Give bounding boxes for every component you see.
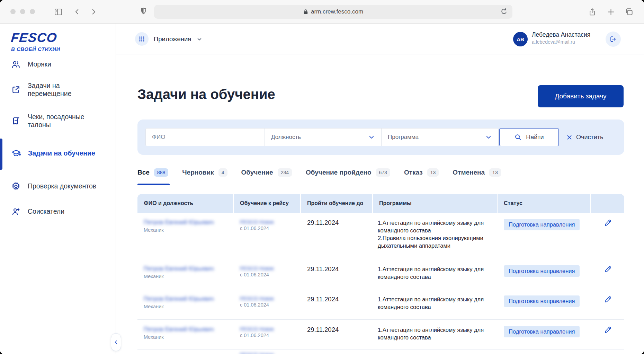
filter-panel: Должность Программа xyxy=(137,120,624,155)
seafarer-position: Механик xyxy=(144,227,233,233)
column-header-voyage: Обучение к рейсу xyxy=(234,194,300,213)
table-row: Петров Евгений Юрьевич Механик FESCO Нов… xyxy=(137,213,624,259)
table-row: FESCO Новик xyxy=(137,349,624,354)
vessel-name-redacted: FESCO Новик xyxy=(240,326,300,332)
url-text: arm.crew.fesco.com xyxy=(311,8,363,15)
sidebar-item-training-tasks[interactable]: Задачи на обучение xyxy=(0,148,116,158)
sidebar-toggle-icon[interactable] xyxy=(54,0,63,24)
avatar[interactable]: АВ xyxy=(513,32,528,46)
tab-cancelled[interactable]: Отменена 13 xyxy=(453,168,501,177)
external-link-icon xyxy=(11,85,21,95)
chevron-down-icon xyxy=(368,134,375,141)
page-title: Задачи на обучение xyxy=(137,87,275,102)
clear-button[interactable]: Очистить xyxy=(566,128,603,146)
program-item: 1.Аттестация по английскому языку для ко… xyxy=(378,326,487,341)
fio-input[interactable] xyxy=(152,134,258,141)
tab-count-badge: 13 xyxy=(489,168,501,177)
position-select[interactable]: Должность xyxy=(265,128,382,146)
tab-count-badge: 234 xyxy=(278,168,292,177)
program-select[interactable]: Программа xyxy=(382,128,499,146)
sidebar-item-sailors[interactable]: Моряки xyxy=(0,60,116,69)
table-row: Петров Евгений Юрьевич Механик FESCO Нов… xyxy=(137,320,624,349)
window-controls[interactable] xyxy=(10,9,35,14)
apps-menu-label: Приложения xyxy=(154,35,191,43)
seafarer-name-redacted[interactable]: Петров Евгений Юрьевич xyxy=(144,219,233,226)
tab-label: Отменена xyxy=(453,169,485,176)
tab-count-badge: 13 xyxy=(427,168,439,177)
top-bar: Приложения АВ Лебедева Анастасия a.lebed… xyxy=(116,24,644,54)
seafarer-position: Механик xyxy=(144,274,233,279)
seafarer-name-redacted[interactable]: Петров Евгений Юрьевич xyxy=(144,265,233,272)
active-tab-underline xyxy=(137,184,170,185)
share-icon[interactable] xyxy=(588,0,597,24)
apps-menu-button[interactable]: Приложения xyxy=(135,24,203,54)
sidebar-item-document-check[interactable]: Проверка документов xyxy=(0,182,116,191)
tab-declined[interactable]: Отказ 13 xyxy=(404,168,439,177)
close-window-button[interactable] xyxy=(10,9,16,14)
vessel-name-redacted: FESCO Новик xyxy=(240,219,300,225)
seafarer-position: Механик xyxy=(144,304,233,309)
gear-icon xyxy=(11,182,21,191)
edit-task-button[interactable] xyxy=(591,259,624,289)
tab-training-passed[interactable]: Обучение пройдено 673 xyxy=(306,168,390,177)
deadline-date: 29.11.2024 xyxy=(307,295,339,303)
sidebar-item-receipts[interactable]: Чеки, посадочные талоны xyxy=(0,113,116,129)
tab-training[interactable]: Обучение 234 xyxy=(241,168,292,177)
fesco-logo: FESCO В СВОЕЙ СТИХИИ xyxy=(11,30,60,52)
privacy-shield-icon[interactable] xyxy=(140,0,147,24)
fio-field[interactable] xyxy=(145,128,265,146)
tab-count-badge: 888 xyxy=(154,168,168,177)
minimize-window-button[interactable] xyxy=(20,9,25,14)
edit-task-button[interactable] xyxy=(591,289,624,319)
fesco-logo-text: FESCO xyxy=(10,30,61,45)
edit-task-button[interactable] xyxy=(591,320,624,349)
position-select-value: Должность xyxy=(271,134,301,141)
seafarer-name-redacted[interactable]: Петров Евгений Юрьевич xyxy=(144,326,233,333)
sidebar-item-label: Моряки xyxy=(28,60,51,68)
sidebar-item-label: Проверка документов xyxy=(28,182,96,190)
address-bar[interactable]: arm.crew.fesco.com xyxy=(154,5,512,19)
search-button[interactable]: Найти xyxy=(499,128,559,146)
pencil-icon xyxy=(604,219,612,259)
reload-icon[interactable] xyxy=(500,7,508,16)
add-task-button[interactable]: Добавить задачу xyxy=(538,85,624,107)
app-root: FESCO В СВОЕЙ СТИХИИ Моряки Задачи на пе… xyxy=(0,24,644,354)
program-item: 1.Аттестация по английскому языку для ко… xyxy=(378,295,487,311)
status-badge: Подготовка направления xyxy=(504,219,580,230)
seafarer-position: Механик xyxy=(144,334,233,340)
main-area: Приложения АВ Лебедева Анастасия a.lebed… xyxy=(116,24,644,354)
sidebar-item-transfer-tasks[interactable]: Задачи на перемещение xyxy=(0,82,116,98)
tab-draft[interactable]: Черновик 4 xyxy=(182,168,227,177)
sidebar-item-label: Задачи на обучение xyxy=(28,149,95,157)
chevron-down-icon xyxy=(485,134,492,141)
sidebar: FESCO В СВОЕЙ СТИХИИ Моряки Задачи на пе… xyxy=(0,24,116,354)
graduation-cap-icon xyxy=(11,148,21,158)
pencil-icon xyxy=(604,326,612,349)
user-name: Лебедева Анастасия xyxy=(532,31,590,38)
tab-overview-icon[interactable] xyxy=(625,0,634,24)
status-badge: Подготовка направления xyxy=(504,326,580,337)
zoom-window-button[interactable] xyxy=(30,9,35,14)
table-row: Петров Евгений Юрьевич Механик FESCO Нов… xyxy=(137,289,624,320)
program-item: 1.Аттестация по английскому языку для ко… xyxy=(378,265,487,281)
new-tab-icon[interactable] xyxy=(607,0,615,24)
seafarer-name-redacted[interactable]: Петров Евгений Юрьевич xyxy=(144,295,233,302)
program-item: 2.Правила пользования изолирующими дыхат… xyxy=(378,234,487,249)
forward-button-icon[interactable] xyxy=(90,0,97,24)
users-icon xyxy=(11,60,21,69)
edit-task-button[interactable] xyxy=(591,213,624,259)
vessel-name-redacted: FESCO Новик xyxy=(240,265,300,271)
tab-label: Черновик xyxy=(182,169,214,176)
tasks-table: ФИО и должность Обучение к рейсу Пройти … xyxy=(137,194,624,354)
clear-button-label: Очистить xyxy=(576,134,603,141)
chevron-down-icon xyxy=(196,36,203,42)
back-button-icon[interactable] xyxy=(73,0,81,24)
logout-button[interactable] xyxy=(606,32,621,47)
search-icon xyxy=(514,133,522,141)
tab-all[interactable]: Все 888 xyxy=(137,168,168,177)
sidebar-collapse-button[interactable] xyxy=(111,333,121,351)
sidebar-item-applicants[interactable]: Соискатели xyxy=(0,207,116,216)
close-icon xyxy=(566,134,573,141)
deadline-date: 29.11.2024 xyxy=(307,219,339,226)
tab-count-badge: 4 xyxy=(218,168,227,177)
